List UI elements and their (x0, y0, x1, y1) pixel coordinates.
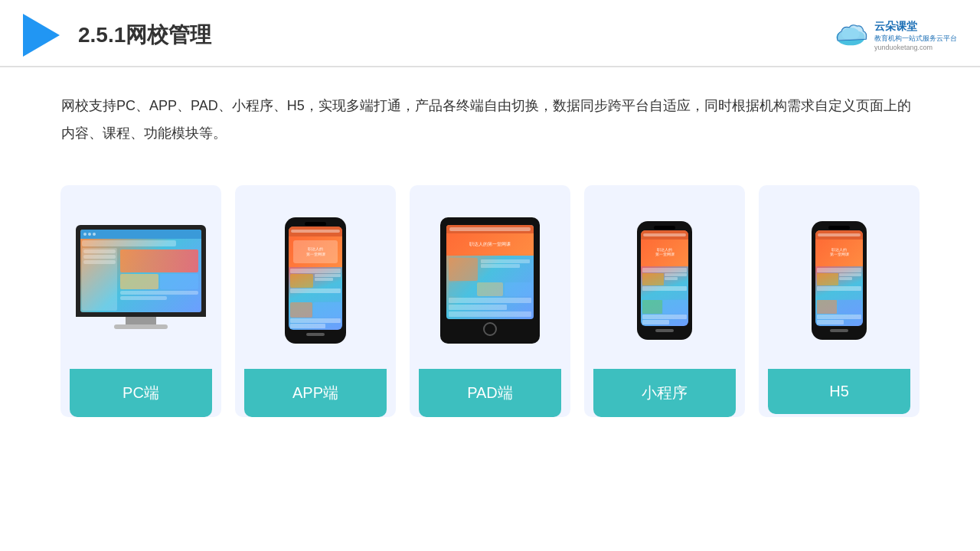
card-pc-label: PC端 (70, 369, 212, 417)
brand-subtitle: 教育机构一站式服务云平台 (874, 34, 957, 44)
cards-container: PC端 职达人的第一堂网课 (0, 170, 980, 432)
card-pad: 职达人的第一堂网课 (410, 185, 570, 417)
h5-device-mockup: 职达人的第一堂网课 (812, 221, 867, 340)
card-miniprogram-image: 职达人的第一堂网课 (593, 204, 736, 357)
pad-device-mockup: 职达人的第一堂网课 (440, 217, 540, 344)
app-device-mockup: 职达人的第一堂网课 (285, 217, 346, 344)
page-title: 2.5.1网校管理 (78, 21, 211, 50)
header: 2.5.1网校管理 云朵课堂 教育机构一站式服务云平台 yunduoketang… (0, 0, 980, 67)
header-right: 云朵课堂 教育机构一站式服务云平台 yunduoketang.com (831, 20, 957, 51)
pc-device-mockup (76, 225, 206, 336)
card-app-label: APP端 (244, 369, 387, 417)
brand-url: yunduoketang.com (874, 44, 933, 51)
cloud-icon (831, 20, 870, 51)
header-left: 2.5.1网校管理 (23, 14, 211, 57)
card-app: 职达人的第一堂网课 (235, 185, 396, 417)
card-app-image: 职达人的第一堂网课 (244, 204, 387, 357)
card-miniprogram: 职达人的第一堂网课 (584, 185, 745, 417)
logo-icon (23, 14, 60, 57)
brand-text: 云朵课堂 教育机构一站式服务云平台 yunduoketang.com (874, 20, 957, 51)
card-h5-image: 职达人的第一堂网课 (768, 204, 910, 357)
brand-name: 云朵课堂 (874, 20, 917, 34)
card-h5: 职达人的第一堂网课 (759, 185, 920, 417)
card-pc-image (70, 204, 212, 357)
card-pad-label: PAD端 (419, 369, 561, 417)
card-pc: PC端 (60, 185, 221, 417)
card-miniprogram-label: 小程序 (593, 369, 736, 417)
card-pad-image: 职达人的第一堂网课 (419, 204, 561, 357)
miniprogram-device-mockup: 职达人的第一堂网课 (637, 221, 692, 340)
card-h5-label: H5 (768, 369, 910, 414)
brand-logo: 云朵课堂 教育机构一站式服务云平台 yunduoketang.com (831, 20, 957, 51)
description-text: 网校支持PC、APP、PAD、小程序、H5，实现多端打通，产品各终端自由切换，数… (0, 67, 980, 162)
